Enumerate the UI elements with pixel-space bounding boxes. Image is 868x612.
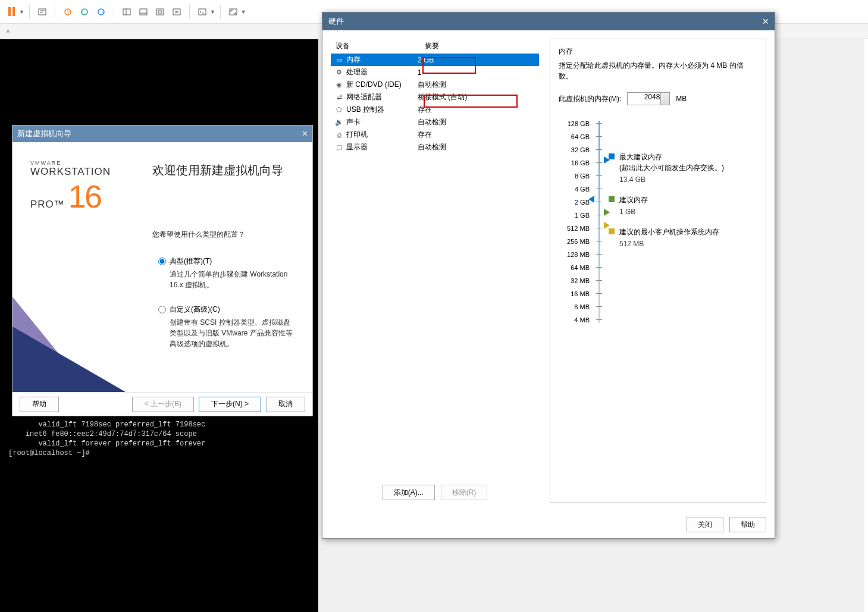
wizard-footer: 帮助 < 上一步(B) 下一步(N) > 取消	[12, 392, 312, 416]
marker-recommended-icon	[604, 209, 610, 216]
help-button[interactable]: 帮助	[20, 397, 59, 412]
memory-scale-labels: 128 GB64 GB32 GB16 GB8 GB4 GB2 GB1 GB512…	[559, 117, 590, 327]
dropdown-icon[interactable]: ▼	[210, 9, 215, 15]
memory-icon: ▭	[334, 55, 344, 65]
close-icon[interactable]: ×	[302, 128, 308, 139]
scale-label: 16 MB	[559, 287, 590, 300]
scale-label: 32 GB	[559, 143, 590, 156]
device-row-memory[interactable]: ▭内存2 GB	[331, 54, 539, 66]
device-name: 内存	[346, 55, 361, 65]
scale-label: 8 GB	[559, 170, 590, 183]
add-button[interactable]: 添加(A)...	[383, 485, 435, 500]
device-row-display[interactable]: ▢显示器自动检测	[331, 141, 539, 153]
dropdown-icon[interactable]: ▼	[241, 9, 246, 15]
printer-icon: ⎙	[334, 130, 344, 140]
device-summary: 自动检测	[418, 80, 446, 90]
hardware-dialog: 硬件 × 设备 摘要 ▭内存2 GB⚙处理器1◉新 CD/DVD (IDE)自动…	[322, 12, 775, 539]
wizard-heading: 欢迎使用新建虚拟机向导	[152, 162, 294, 178]
close-icon[interactable]: ×	[762, 15, 769, 28]
cd-icon: ◉	[334, 80, 344, 90]
memory-settings-panel: 内存 指定分配给此虚拟机的内存量。内存大小必须为 4 MB 的倍数。 此虚拟机的…	[550, 39, 766, 503]
scale-label: 16 GB	[559, 156, 590, 170]
tab-close-icon[interactable]: ×	[0, 27, 16, 36]
memory-spinner[interactable]: 2048	[627, 92, 670, 105]
display-icon: ▢	[334, 143, 344, 152]
sound-icon: 🔉	[334, 118, 344, 127]
option-custom[interactable]: 自定义(高级)(C) 创建带有 SCSI 控制器类型、虚拟磁盘类型以及与旧版 V…	[158, 305, 294, 349]
new-vm-wizard-dialog: 新建虚拟机向导 × VMWARE WORKSTATION PRO™ 16 欢迎使…	[12, 125, 313, 416]
green-square-icon	[609, 196, 615, 202]
remove-button: 移除(R)	[441, 485, 488, 500]
vmware-logo: VMWARE WORKSTATION PRO™ 16	[30, 160, 131, 215]
radio-custom[interactable]	[158, 306, 166, 313]
wizard-title-text: 新建虚拟机向导	[17, 128, 71, 139]
device-row-net[interactable]: ⇄网络适配器桥接模式 (自动)	[331, 91, 539, 103]
scale-label: 1 GB	[559, 209, 590, 222]
svg-rect-0	[39, 9, 46, 15]
revert-button[interactable]	[77, 4, 92, 20]
memory-label: 此虚拟机的内存(M):	[559, 94, 621, 104]
option-typical-label: 典型(推荐)(T)	[170, 256, 212, 266]
marker-min-icon	[604, 222, 610, 229]
scale-label: 128 MB	[559, 248, 590, 261]
usb-icon: ⬠	[334, 105, 344, 115]
device-name: 打印机	[346, 130, 368, 140]
hardware-titlebar: 硬件 ×	[322, 12, 775, 30]
svg-rect-6	[140, 9, 147, 15]
scale-label: 64 GB	[559, 130, 590, 143]
dropdown-icon[interactable]: ▼	[19, 9, 24, 15]
device-row-sound[interactable]: 🔉声卡自动检测	[331, 116, 539, 128]
snapshot-button[interactable]	[60, 4, 76, 20]
net-icon: ⇄	[334, 93, 344, 102]
scale-label: 512 MB	[559, 222, 590, 235]
device-summary: 2 GB	[418, 56, 434, 64]
help-button[interactable]: 帮助	[729, 517, 766, 532]
fit-guest-button[interactable]	[152, 4, 168, 20]
next-button[interactable]: 下一步(N) >	[199, 397, 261, 412]
scale-label: 4 MB	[559, 313, 590, 327]
single-view-button[interactable]	[136, 4, 151, 20]
device-summary: 存在	[418, 105, 432, 115]
radio-typical[interactable]	[158, 258, 166, 265]
pause-icon	[8, 7, 15, 16]
device-name: 处理器	[346, 67, 368, 77]
svg-rect-8	[156, 9, 164, 15]
device-name: 声卡	[346, 117, 361, 127]
device-summary: 存在	[418, 130, 432, 140]
back-button: < 上一步(B)	[132, 397, 194, 412]
device-name: 显示器	[346, 142, 368, 152]
device-name: 网络适配器	[346, 92, 382, 102]
wizard-question: 您希望使用什么类型的配置？	[152, 230, 294, 240]
device-summary: 自动检测	[418, 117, 446, 127]
option-typical[interactable]: 典型(推荐)(T) 通过几个简单的步骤创建 Workstation 16.x 虚…	[158, 256, 294, 290]
cpu-icon: ⚙	[334, 68, 344, 77]
hardware-title-text: 硬件	[328, 16, 344, 27]
close-button[interactable]: 关闭	[687, 517, 723, 532]
split-view-button[interactable]	[119, 4, 134, 20]
send-button[interactable]	[35, 4, 50, 20]
device-summary: 1	[418, 68, 422, 77]
device-row-usb[interactable]: ⬠USB 控制器存在	[331, 103, 539, 116]
scale-label: 8 MB	[559, 300, 590, 313]
pause-button[interactable]	[4, 4, 19, 20]
memory-unit: MB	[676, 95, 687, 103]
device-row-cpu[interactable]: ⚙处理器1	[331, 66, 539, 79]
marker-current-icon	[588, 196, 594, 203]
stretch-button[interactable]	[169, 4, 184, 20]
device-name: 新 CD/DVD (IDE)	[346, 80, 402, 90]
marker-max-icon	[604, 156, 610, 164]
cancel-button[interactable]: 取消	[266, 397, 305, 412]
memory-slider-track[interactable]	[594, 117, 604, 327]
device-row-cd[interactable]: ◉新 CD/DVD (IDE)自动检测	[331, 79, 539, 91]
scale-label: 32 MB	[559, 274, 590, 287]
scale-label: 256 MB	[559, 235, 590, 248]
console-button[interactable]	[195, 4, 210, 20]
scale-label: 128 GB	[559, 117, 590, 130]
hardware-device-list: 设备 摘要 ▭内存2 GB⚙处理器1◉新 CD/DVD (IDE)自动检测⇄网络…	[331, 39, 539, 503]
device-row-printer[interactable]: ⎙打印机存在	[331, 128, 539, 141]
manage-button[interactable]	[93, 4, 109, 20]
fullscreen-button[interactable]	[225, 4, 241, 20]
scale-label: 4 GB	[559, 183, 590, 196]
option-custom-desc: 创建带有 SCSI 控制器类型、虚拟磁盘类型以及与旧版 VMware 产品兼容性…	[170, 317, 294, 349]
device-summary: 桥接模式 (自动)	[418, 92, 467, 102]
